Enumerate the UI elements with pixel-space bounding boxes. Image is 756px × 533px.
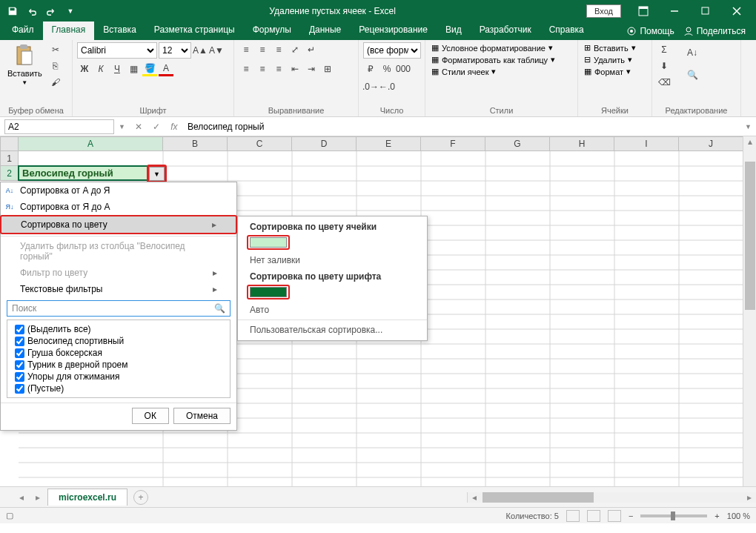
col-header-J[interactable]: J [679, 136, 743, 151]
vertical-scrollbar[interactable]: ▴ [743, 136, 756, 486]
col-header-F[interactable]: F [421, 136, 485, 151]
auto-color-option[interactable]: Авто [238, 302, 427, 318]
check-item[interactable]: Груша боксерская [10, 347, 227, 359]
increase-font-icon[interactable]: A▲ [193, 43, 208, 58]
align-right-icon[interactable]: ≡ [271, 62, 286, 76]
decrease-decimal-icon[interactable]: ←.0 [379, 79, 394, 94]
tell-me[interactable]: Помощь [622, 26, 678, 36]
insert-cells-button[interactable]: ⊞Вставить ▾ [583, 42, 637, 53]
font-name-combo[interactable]: Calibri [77, 42, 157, 59]
align-left-icon[interactable]: ≡ [239, 62, 253, 76]
col-header-A[interactable]: A [19, 136, 163, 151]
delete-cells-button[interactable]: ⊟Удалить ▾ [583, 54, 637, 65]
page-break-view-icon[interactable] [608, 510, 621, 522]
close-icon[interactable] [722, 0, 752, 21]
sheet-nav-next-icon[interactable]: ▸ [31, 492, 44, 503]
normal-view-icon[interactable] [566, 510, 580, 522]
format-painter-icon[interactable]: 🖌 [48, 75, 63, 90]
currency-icon[interactable]: ₽ [363, 62, 378, 76]
tab-insert[interactable]: Вставка [94, 21, 145, 40]
col-header-H[interactable]: H [550, 136, 614, 151]
conditional-formatting-button[interactable]: ▦Условное форматирование ▾ [430, 42, 557, 53]
increase-decimal-icon[interactable]: .0→ [363, 79, 378, 94]
no-fill-option[interactable]: Нет заливки [238, 252, 427, 268]
cut-icon[interactable]: ✂ [48, 42, 63, 57]
share-button[interactable]: Поделиться [679, 26, 750, 36]
formula-input[interactable]: Велосипед горный [183, 120, 745, 133]
login-button[interactable]: Вход [586, 4, 621, 18]
fill-color-icon[interactable]: 🪣 [142, 62, 157, 76]
underline-button[interactable]: Ч [110, 62, 125, 76]
cell-styles-button[interactable]: ▦Стили ячеек ▾ [430, 66, 557, 77]
copy-icon[interactable]: ⎘ [48, 59, 63, 73]
col-header-I[interactable]: I [614, 136, 679, 151]
align-top-icon[interactable]: ≡ [239, 42, 253, 57]
clear-icon[interactable]: ⌫ [657, 75, 672, 90]
cancel-button[interactable]: Отмена [173, 408, 231, 424]
col-header-D[interactable]: D [292, 136, 357, 151]
merge-icon[interactable]: ⊞ [320, 62, 335, 76]
align-bottom-icon[interactable]: ≡ [271, 42, 286, 57]
format-as-table-button[interactable]: ▦Форматировать как таблицу ▾ [430, 54, 557, 65]
find-icon[interactable]: 🔍 [682, 64, 703, 85]
filter-search-input[interactable]: Поиск🔍 [7, 300, 231, 317]
col-header-G[interactable]: G [485, 136, 550, 151]
row-header-2[interactable]: 2 [0, 166, 19, 181]
row-header-1[interactable]: 1 [0, 151, 19, 166]
check-item-all[interactable]: (Выделить все) [10, 323, 227, 335]
zoom-level[interactable]: 100 % [727, 512, 750, 520]
font-color-icon[interactable]: A [159, 62, 173, 76]
font-size-combo[interactable]: 12 [159, 42, 191, 59]
tab-formulas[interactable]: Формулы [244, 21, 300, 40]
zoom-in-button[interactable]: + [714, 512, 719, 520]
tab-view[interactable]: Вид [437, 21, 471, 40]
col-header-E[interactable]: E [357, 136, 421, 151]
col-header-C[interactable]: C [228, 136, 292, 151]
sort-by-color-item[interactable]: Сортировка по цвету▸ [0, 215, 237, 234]
qat-customize-icon[interactable]: ▼ [62, 3, 79, 19]
ribbon-options-icon[interactable] [629, 0, 658, 21]
zoom-handle[interactable] [671, 512, 675, 520]
page-layout-view-icon[interactable] [587, 510, 600, 522]
sort-filter-icon[interactable]: A↓ [682, 42, 703, 63]
tab-developer[interactable]: Разработчик [471, 21, 540, 40]
sheet-tab-active[interactable]: microexcel.ru [47, 489, 127, 506]
comma-icon[interactable]: 000 [396, 62, 411, 76]
format-cells-button[interactable]: ▦Формат ▾ [583, 66, 637, 77]
decrease-indent-icon[interactable]: ⇤ [288, 62, 302, 76]
decrease-font-icon[interactable]: A▼ [209, 43, 224, 58]
cell-color-option-lightgreen[interactable] [250, 237, 287, 248]
enter-formula-icon[interactable]: ✓ [147, 119, 165, 134]
zoom-slider[interactable] [640, 514, 707, 517]
scroll-left-icon[interactable]: ◂ [468, 492, 481, 503]
active-cell-A2[interactable]: Велосипед горный [18, 165, 163, 181]
font-color-option-darkgreen[interactable] [250, 287, 287, 297]
custom-sort-option[interactable]: Пользовательская сортировка... [238, 322, 427, 338]
filter-by-color-item[interactable]: Фильтр по цвету▸ [1, 265, 236, 281]
sort-za-item[interactable]: Я↓Сортировка от Я до А [1, 199, 236, 215]
check-item[interactable]: Велосипед спортивный [10, 335, 227, 347]
record-macro-icon[interactable]: ▢ [6, 511, 13, 520]
tab-home[interactable]: Главная [43, 21, 95, 40]
number-format-combo[interactable]: (все форм [363, 42, 421, 59]
cancel-formula-icon[interactable]: ✕ [130, 119, 147, 134]
horizontal-scrollbar[interactable]: ◂ ▸ [467, 492, 756, 503]
tab-file[interactable]: Файл [3, 21, 43, 40]
text-filters-item[interactable]: Текстовые фильтры▸ [1, 281, 236, 297]
italic-button[interactable]: К [93, 62, 108, 76]
sheet-nav-prev-icon[interactable]: ◂ [15, 492, 28, 503]
check-item-blanks[interactable]: (Пустые) [10, 383, 227, 394]
check-item[interactable]: Упоры для отжимания [10, 371, 227, 383]
borders-icon[interactable]: ▦ [126, 62, 141, 76]
save-icon[interactable] [4, 3, 21, 19]
undo-icon[interactable] [24, 3, 40, 19]
percent-icon[interactable]: % [379, 62, 394, 76]
wrap-text-icon[interactable]: ↵ [304, 42, 319, 57]
sort-az-item[interactable]: A↓Сортировка от А до Я [1, 182, 236, 199]
minimize-icon[interactable] [660, 0, 689, 21]
filter-dropdown-button[interactable]: ▼ [149, 167, 165, 181]
add-sheet-button[interactable]: + [133, 490, 148, 505]
ok-button[interactable]: ОК [132, 408, 169, 424]
select-all-corner[interactable] [0, 136, 19, 151]
tab-data[interactable]: Данные [300, 21, 350, 40]
